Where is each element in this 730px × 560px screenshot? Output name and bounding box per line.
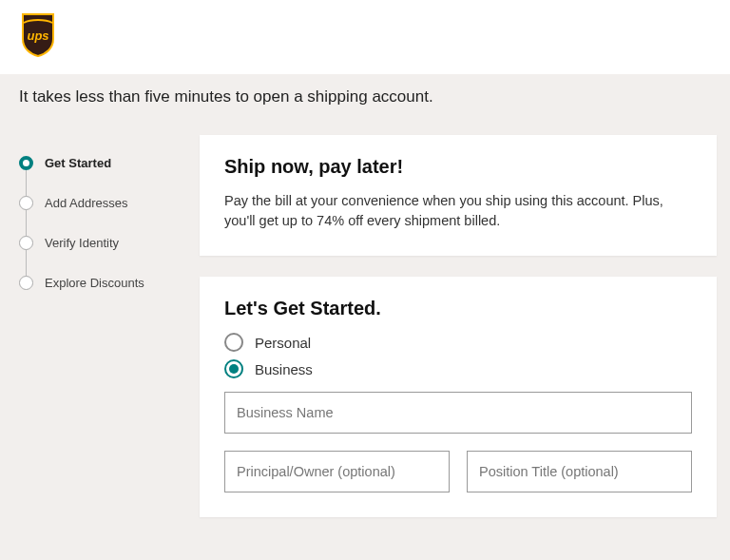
step-explore-discounts[interactable]: Explore Discounts <box>19 262 181 302</box>
form-title: Let's Get Started. <box>224 298 692 319</box>
step-label: Explore Discounts <box>45 276 144 290</box>
step-label: Get Started <box>45 156 111 170</box>
step-indicator-icon <box>19 156 33 170</box>
step-indicator-icon <box>19 236 33 250</box>
radio-label: Business <box>255 361 313 377</box>
page-tagline: It takes less than five minutes to open … <box>0 74 730 116</box>
principal-owner-input[interactable] <box>224 451 450 492</box>
svg-text:ups: ups <box>27 29 48 43</box>
step-indicator-icon <box>19 196 33 210</box>
radio-label: Personal <box>255 335 311 351</box>
ups-logo-icon: ups <box>19 12 57 62</box>
position-title-input[interactable] <box>467 451 692 492</box>
progress-steps: Get Started Add Addresses Verify Identit… <box>19 135 181 517</box>
step-indicator-icon <box>19 276 33 290</box>
step-add-addresses[interactable]: Add Addresses <box>19 183 181 222</box>
business-fields <box>224 392 692 492</box>
promo-card: Ship now, pay later! Pay the bill at you… <box>200 135 717 256</box>
get-started-card: Let's Get Started. Personal Business <box>200 277 717 517</box>
promo-title: Ship now, pay later! <box>224 156 692 178</box>
radio-icon <box>224 333 243 352</box>
step-label: Add Addresses <box>45 196 127 210</box>
promo-text: Pay the bill at your convenience when yo… <box>224 191 692 231</box>
content-area: Get Started Add Addresses Verify Identit… <box>0 116 730 517</box>
step-get-started[interactable]: Get Started <box>19 143 181 183</box>
business-name-input[interactable] <box>224 392 692 434</box>
account-type-personal-radio[interactable]: Personal <box>224 333 692 352</box>
step-verify-identity[interactable]: Verify Identity <box>19 222 181 262</box>
main-panel: Ship now, pay later! Pay the bill at you… <box>200 135 717 517</box>
account-type-business-radio[interactable]: Business <box>224 359 692 378</box>
step-label: Verify Identity <box>45 236 119 250</box>
header: ups <box>0 0 730 74</box>
radio-icon <box>224 359 243 378</box>
